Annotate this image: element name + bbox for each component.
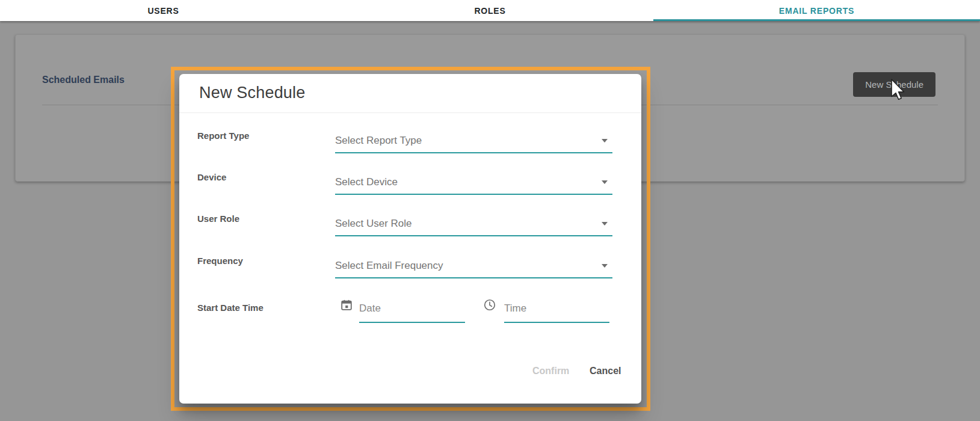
frequency-label: Frequency [197,256,312,266]
chevron-down-icon [602,222,608,226]
time-placeholder: Time [504,303,526,315]
new-schedule-dialog: New Schedule Report Type Select Report T… [179,74,641,404]
tab-roles[interactable]: ROLES [327,0,653,21]
chevron-down-icon [602,180,608,184]
dialog-actions: Confirm Cancel [179,366,641,380]
chevron-down-icon [602,264,608,268]
tab-users[interactable]: USERS [0,0,327,21]
device-label: Device [197,172,312,182]
calendar-icon [340,298,353,312]
cancel-button[interactable]: Cancel [590,366,621,376]
tab-bar: USERS ROLES EMAIL REPORTS [0,0,980,21]
dialog-title: New Schedule [199,84,306,102]
date-placeholder: Date [359,303,381,315]
date-input[interactable]: Date [359,294,465,323]
tab-email-reports[interactable]: EMAIL REPORTS [653,0,980,21]
user-role-placeholder: Select User Role [335,212,598,235]
report-type-label: Report Type [197,131,312,141]
start-datetime-label: Start Date Time [197,303,312,313]
dialog-header: New Schedule [179,74,641,113]
device-placeholder: Select Device [335,170,598,194]
screen: USERS ROLES EMAIL REPORTS Scheduled Emai… [0,0,980,421]
start-datetime-row: Start Date Time Date Time [197,298,623,328]
card-title: Scheduled Emails [42,75,125,85]
report-type-select[interactable]: Select Report Type [335,129,612,153]
clock-icon [483,298,496,312]
frequency-select[interactable]: Select Email Frequency [335,254,612,278]
report-type-placeholder: Select Report Type [335,129,598,152]
device-select[interactable]: Select Device [335,170,612,195]
confirm-button[interactable]: Confirm [532,366,569,376]
user-role-label: User Role [197,214,312,224]
frequency-placeholder: Select Email Frequency [335,254,598,277]
user-role-select[interactable]: Select User Role [335,212,612,236]
time-input[interactable]: Time [504,294,609,323]
new-schedule-button[interactable]: New Schedule [853,72,935,97]
chevron-down-icon [602,139,608,143]
